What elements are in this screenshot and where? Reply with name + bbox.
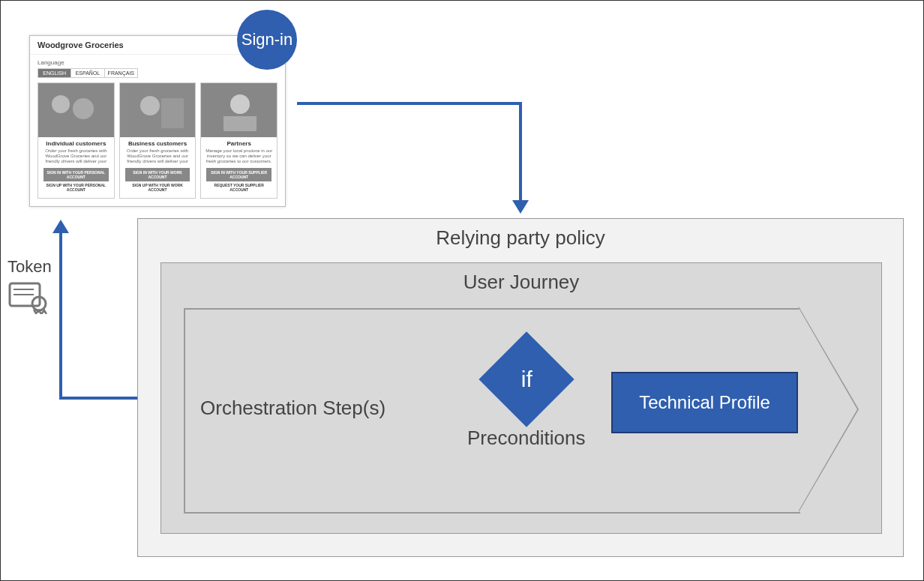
language-tab: FRANÇAIS	[105, 69, 137, 77]
token-icon	[8, 280, 52, 314]
relying-party-policy: Relying party policy User Journey Orches…	[137, 218, 904, 557]
if-label: if	[520, 367, 532, 392]
card-button: SIGN IN WITH YOUR PERSONAL ACCOUNT	[44, 168, 109, 181]
token-label: Token	[8, 257, 52, 277]
card-link: SIGN UP WITH YOUR PERSONAL ACCOUNT	[42, 183, 110, 192]
card-image	[201, 83, 277, 137]
card-image	[38, 83, 114, 137]
website-card: Partners Manage your local produce in ou…	[200, 82, 278, 199]
signin-badge: Sign-in	[237, 10, 297, 70]
svg-point-4	[140, 96, 160, 115]
language-tabs: ENGLISH ESPAÑOL FRANÇAIS	[38, 68, 138, 78]
arrow-down-icon	[512, 200, 529, 214]
language-label: Language	[38, 59, 278, 66]
language-tab: ESPAÑOL	[71, 69, 104, 77]
card-title: Partners	[205, 140, 273, 147]
card-link: REQUEST YOUR SUPPLIER ACCOUNT	[205, 183, 273, 192]
website-cards: Individual customers Order your fresh gr…	[38, 82, 278, 199]
relying-party-title: Relying party policy	[138, 219, 903, 250]
technical-profile-box: Technical Profile	[611, 372, 798, 433]
svg-rect-8	[224, 116, 256, 131]
svg-point-1	[52, 95, 70, 113]
website-body: Language ENGLISH ESPAÑOL FRANÇAIS Indivi…	[30, 55, 285, 206]
token-block: Token	[8, 257, 52, 317]
preconditions-block: if Preconditions	[467, 346, 586, 450]
website-card: Individual customers Order your fresh gr…	[38, 82, 115, 199]
chevron-head-fill	[799, 308, 857, 511]
card-desc: Order your fresh groceries with WoodGrov…	[42, 148, 110, 165]
card-title: Individual customers	[42, 140, 110, 147]
language-tab: ENGLISH	[38, 69, 71, 77]
website-card: Business customers Order your fresh groc…	[119, 82, 196, 199]
user-journey: User Journey Orchestration Step(s) if Pr…	[160, 262, 882, 534]
card-desc: Manage your local produce in our invento…	[205, 148, 273, 165]
arrow-policy-to-token	[59, 233, 62, 400]
arrow-policy-to-token	[59, 397, 137, 400]
svg-rect-5	[161, 98, 184, 128]
card-button: SIGN IN WITH YOUR SUPPLIER ACCOUNT	[206, 168, 272, 181]
technical-profile-label: Technical Profile	[639, 392, 770, 413]
diagram-canvas: Woodgrove Groceries Language ENGLISH ESP…	[0, 0, 924, 581]
arrow-up-icon	[52, 220, 69, 233]
card-button: SIGN IN WITH YOUR WORK ACCOUNT	[125, 168, 190, 181]
if-diamond: if	[478, 331, 574, 427]
arrow-signin-to-policy	[519, 102, 522, 202]
arrow-signin-to-policy	[297, 102, 522, 105]
svg-point-7	[230, 94, 250, 114]
user-journey-title: User Journey	[161, 263, 881, 294]
card-desc: Order your fresh groceries with WoodGrov…	[124, 148, 192, 165]
journey-chevron: Orchestration Step(s) if Preconditions T…	[184, 308, 859, 511]
card-title: Business customers	[124, 140, 192, 147]
svg-point-2	[73, 98, 94, 119]
card-image	[120, 83, 196, 137]
preconditions-label: Preconditions	[467, 427, 586, 450]
signin-label: Sign-in	[242, 30, 292, 49]
card-link: SIGN UP WITH YOUR WORK ACCOUNT	[124, 183, 192, 192]
orchestration-label: Orchestration Step(s)	[200, 397, 386, 420]
